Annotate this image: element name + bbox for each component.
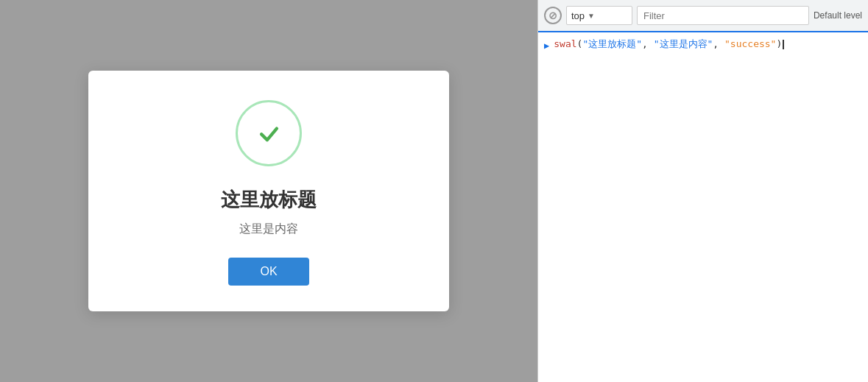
devtools-panel: ⊘ top ▼ Default level ▶ swal("这里放标题", "这…	[537, 0, 868, 382]
modal-ok-button[interactable]: OK	[228, 258, 309, 286]
console-arrow-icon: ▶	[544, 39, 549, 52]
devtools-toolbar: ⊘ top ▼ Default level	[538, 0, 868, 32]
console-text: swal("这里放标题", "这里是内容", "success")	[554, 38, 784, 51]
console-line-1: ▶ swal("这里放标题", "这里是内容", "success")	[538, 35, 868, 54]
cursor	[783, 40, 784, 49]
func-name: swal	[554, 38, 576, 49]
modal-dialog: 这里放标题 这里是内容 OK	[88, 71, 449, 311]
checkmark-svg	[253, 117, 286, 150]
modal-overlay: 这里放标题 这里是内容 OK	[0, 0, 537, 382]
devtools-console: ▶ swal("这里放标题", "这里是内容", "success")	[538, 32, 868, 382]
modal-content: 这里是内容	[239, 222, 298, 237]
block-icon[interactable]: ⊘	[544, 7, 562, 24]
chevron-down-icon: ▼	[588, 12, 595, 20]
arg1: "这里放标题"	[582, 38, 642, 49]
context-label: top	[571, 10, 585, 21]
level-label: Default level	[814, 10, 862, 21]
arg2: "这里是内容"	[648, 38, 713, 49]
modal-title: 这里放标题	[221, 187, 317, 213]
modal-success-icon	[236, 100, 302, 166]
browser-page: 这里放标题 这里是内容 OK	[0, 0, 537, 382]
arg3: "success"	[719, 38, 776, 49]
filter-input[interactable]	[637, 6, 809, 25]
context-select[interactable]: top ▼	[566, 6, 632, 25]
